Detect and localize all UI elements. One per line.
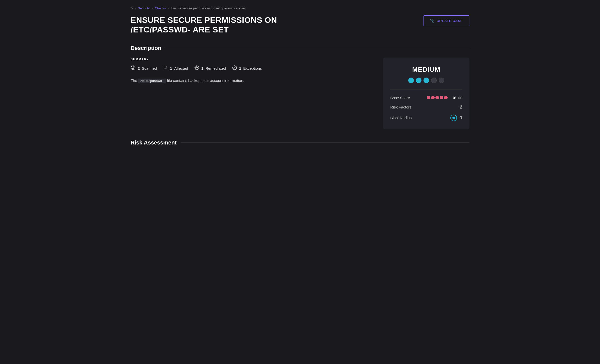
blast-radius-icon <box>450 115 457 121</box>
description-divider <box>165 48 469 48</box>
exceptions-label: Exceptions <box>243 66 262 70</box>
home-icon: ⌂ <box>131 6 133 10</box>
score-divider <box>390 89 462 89</box>
risk-assessment-divider <box>181 142 469 143</box>
blast-radius-row: Blast Radius 1 <box>390 115 462 121</box>
main-content: SUMMARY 2 Scanned <box>131 58 375 84</box>
description-prefix: The <box>131 78 138 83</box>
severity-label: MEDIUM <box>390 66 462 74</box>
severity-dots <box>390 78 462 83</box>
severity-dot-1 <box>408 78 414 83</box>
scanned-label: Scanned <box>142 66 157 70</box>
description-section: Description SUMMARY <box>131 45 469 129</box>
svg-point-2 <box>133 67 134 68</box>
sep-3: › <box>168 6 169 10</box>
page-title: ENSURE SECURE PERMISSIONS ON /ETC/PASSWD… <box>131 15 333 35</box>
severity-dot-5 <box>439 78 444 83</box>
stat-remediated: 1 Remediated <box>194 65 226 71</box>
score-card: MEDIUM Base Score <box>383 58 469 129</box>
risk-factors-value: 2 <box>460 105 462 110</box>
base-score-right: 0/100 <box>427 96 462 100</box>
sep-1: › <box>135 6 136 10</box>
paperclip-icon: 📎 <box>430 19 435 23</box>
description-suffix: file contains backup user account inform… <box>166 78 244 83</box>
breadcrumb-security[interactable]: Security <box>138 6 150 10</box>
base-score-dot-1 <box>427 96 430 99</box>
stat-affected: 1 Affected <box>163 65 188 71</box>
create-case-button[interactable]: 📎 CREATE CASE <box>423 15 469 26</box>
affected-label: Affected <box>174 66 188 70</box>
summary-label: SUMMARY <box>131 58 375 61</box>
content-with-sidebar: SUMMARY 2 Scanned <box>131 58 469 129</box>
severity-dot-4 <box>431 78 437 83</box>
severity-dot-3 <box>423 78 429 83</box>
base-score-dot-3 <box>435 96 439 99</box>
bandage-icon <box>194 65 199 71</box>
page-header: ENSURE SECURE PERMISSIONS ON /ETC/PASSWD… <box>131 15 469 35</box>
risk-factors-row: Risk Factors 2 <box>390 105 462 110</box>
exceptions-count: 1 <box>239 66 241 70</box>
risk-assessment-title: Risk Assessment <box>131 139 177 146</box>
stat-exceptions: 1 Exceptions <box>232 65 262 71</box>
blast-radius-right: 1 <box>450 115 462 121</box>
blast-radius-label: Blast Radius <box>390 116 412 120</box>
code-path: /etc/passwd- <box>138 79 166 83</box>
blast-radius-value: 1 <box>460 116 462 120</box>
risk-factors-label: Risk Factors <box>390 105 411 109</box>
stat-scanned: 2 Scanned <box>131 65 157 71</box>
create-case-label: CREATE CASE <box>437 19 463 23</box>
base-score-dot-5 <box>444 96 448 99</box>
breadcrumb-checks[interactable]: Checks <box>155 6 166 10</box>
remediated-label: Remediated <box>205 66 226 70</box>
summary-stats: 2 Scanned 1 Affected <box>131 65 375 71</box>
blast-radius-inner <box>452 117 455 119</box>
severity-dot-2 <box>416 78 421 83</box>
description-header: Description <box>131 45 469 51</box>
block-icon <box>232 65 237 71</box>
risk-assessment-header: Risk Assessment <box>131 139 469 146</box>
base-score-dots <box>427 96 448 99</box>
scanned-count: 2 <box>138 66 140 70</box>
description-body: The /etc/passwd- file contains backup us… <box>131 78 375 84</box>
affected-count: 1 <box>170 66 172 70</box>
sep-2: › <box>152 6 153 10</box>
base-score-dot-2 <box>431 96 435 99</box>
scan-icon <box>131 65 136 71</box>
risk-assessment-section: Risk Assessment <box>131 139 469 146</box>
flag-icon <box>163 65 168 71</box>
description-title: Description <box>131 45 161 51</box>
base-score-dot-4 <box>440 96 443 99</box>
base-score-number: 0/100 <box>453 96 462 100</box>
base-score-row: Base Score 0/100 <box>390 96 462 100</box>
base-score-max: 100 <box>456 96 462 100</box>
breadcrumb-current: Ensure secure permissions on /etc/passwd… <box>171 6 246 10</box>
base-score-label: Base Score <box>390 96 410 100</box>
base-score-value: 0 <box>453 96 455 100</box>
svg-line-8 <box>233 66 236 69</box>
page-container: ⌂ › Security › Checks › Ensure secure pe… <box>122 0 478 158</box>
breadcrumb: ⌂ › Security › Checks › Ensure secure pe… <box>131 6 469 10</box>
remediated-count: 1 <box>201 66 203 70</box>
